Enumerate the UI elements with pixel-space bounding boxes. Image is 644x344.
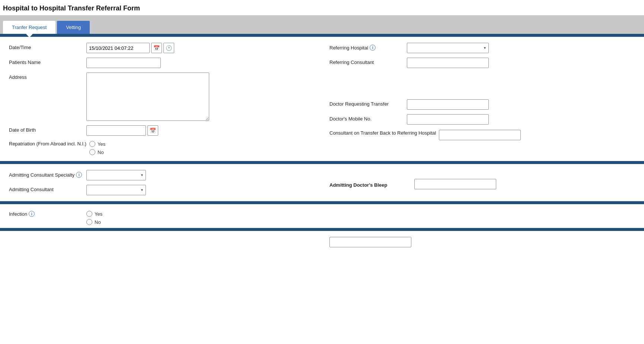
referring-consultant-input[interactable]: [407, 58, 489, 68]
dob-calendar-icon: 📅: [150, 128, 156, 134]
clock-icon-btn[interactable]: 🕐: [163, 43, 174, 53]
datetime-label: Date/Time: [9, 43, 83, 50]
dob-label: Date of Birth: [9, 125, 83, 133]
datetime-wrapper: 📅 🕐: [86, 43, 174, 53]
admitting-specialty-label: Admitting Consultant Specialty i: [9, 170, 83, 178]
doctor-mobile-row: Doctor's Mobile No.: [329, 114, 635, 125]
repatriation-radio-group: Yes No: [89, 140, 105, 155]
doctor-requesting-label: Doctor Requesting Transfer: [329, 99, 404, 107]
admitting-bleep-row: Admitting Doctor's Bleep: [329, 179, 635, 189]
consultant-transfer-back-input[interactable]: [439, 130, 521, 140]
infection-yes-option[interactable]: Yes: [86, 211, 102, 217]
section4-left: [9, 237, 315, 247]
repatriation-yes-radio[interactable]: [89, 141, 95, 147]
referring-hospital-select[interactable]: [407, 43, 489, 53]
dob-row: Date of Birth 📅: [9, 125, 315, 136]
address-input[interactable]: [86, 73, 209, 121]
section1-form: Date/Time 📅 🕐 Patients Name Addr: [0, 37, 644, 161]
repatriation-no-option[interactable]: No: [89, 149, 105, 155]
section4-divider: [0, 228, 644, 231]
section4-grid: [9, 237, 635, 247]
address-label: Address: [9, 73, 83, 80]
admitting-specialty-row: Admitting Consultant Specialty i: [9, 170, 315, 180]
admitting-consultant-row: Admitting Consultant: [9, 185, 315, 195]
datetime-row: Date/Time 📅 🕐: [9, 43, 315, 53]
section4-right-input[interactable]: [329, 237, 411, 247]
admitting-specialty-info-icon[interactable]: i: [76, 172, 82, 178]
calendar-icon-btn[interactable]: 📅: [151, 43, 162, 53]
patients-name-row: Patients Name: [9, 58, 315, 68]
infection-no-label: No: [95, 219, 101, 225]
doctor-requesting-row: Doctor Requesting Transfer: [329, 99, 635, 110]
referring-hospital-row: Referring Hospital i: [329, 43, 635, 53]
section1-divider: [0, 34, 644, 37]
admitting-consultant-label: Admitting Consultant: [9, 185, 83, 192]
datetime-input[interactable]: [86, 43, 150, 53]
doctor-mobile-label: Doctor's Mobile No.: [329, 114, 404, 122]
consultant-transfer-back-row: Consultant on Transfer Back to Referring…: [329, 129, 635, 140]
page-title: Hospital to Hospital Transfer Referral F…: [0, 0, 644, 15]
section2-left-col: Admitting Consultant Specialty i Admitti…: [9, 170, 315, 195]
tab-arrow: [26, 34, 33, 38]
form-right-col: Referring Hospital i Referring Consultan…: [329, 43, 635, 155]
form-left-col: Date/Time 📅 🕐 Patients Name Addr: [9, 43, 315, 155]
infection-label: Infection i: [9, 210, 83, 217]
admitting-consultant-select-wrapper: [86, 185, 146, 195]
referring-hospital-select-wrapper: [407, 43, 489, 53]
tab-vetting[interactable]: Vetting: [57, 21, 90, 34]
infection-yes-radio[interactable]: [86, 211, 92, 217]
repatriation-yes-label: Yes: [98, 141, 105, 147]
admitting-specialty-select-wrapper: [86, 170, 146, 180]
infection-yes-label: Yes: [95, 211, 102, 217]
section4-right: [329, 237, 635, 247]
section2-divider: [0, 161, 644, 164]
referring-consultant-label: Referring Consultant: [329, 58, 404, 65]
infection-info-icon[interactable]: i: [29, 211, 35, 217]
section2-right-col: Admitting Doctor's Bleep: [329, 170, 635, 195]
infection-radio-group: Yes No: [86, 210, 102, 225]
section4-form: [0, 231, 644, 253]
clock-icon: 🕐: [166, 45, 172, 51]
referring-consultant-row: Referring Consultant: [329, 58, 635, 68]
dob-input[interactable]: [86, 125, 146, 136]
infection-no-option[interactable]: No: [86, 219, 102, 225]
repatriation-yes-option[interactable]: Yes: [89, 141, 105, 147]
admitting-bleep-input[interactable]: [414, 179, 496, 189]
repatriation-no-radio[interactable]: [89, 149, 95, 155]
doctor-mobile-input[interactable]: [407, 114, 489, 125]
doctor-requesting-input[interactable]: [407, 99, 489, 110]
infection-row: Infection i Yes No: [9, 210, 635, 225]
right-col-spacer: [329, 73, 635, 95]
referring-hospital-label: Referring Hospital i: [329, 43, 404, 51]
dob-calendar-icon-btn[interactable]: 📅: [147, 125, 158, 136]
calendar-icon: 📅: [153, 45, 160, 51]
dob-wrapper: 📅: [86, 125, 158, 136]
patients-name-label: Patients Name: [9, 58, 83, 65]
admitting-consultant-select[interactable]: [86, 185, 146, 195]
repatriation-row: Repatriation (From Abroad incl. N.I.) Ye…: [9, 140, 315, 155]
section3-form: Infection i Yes No: [0, 204, 644, 228]
admitting-specialty-select[interactable]: [86, 170, 146, 180]
consultant-transfer-back-label: Consultant on Transfer Back to Referring…: [329, 129, 436, 136]
section4-right-input-row: [329, 237, 635, 247]
repatriation-label: Repatriation (From Abroad incl. N.I.): [9, 140, 86, 147]
tab-transfer-request[interactable]: Tranfer Request: [3, 21, 55, 34]
patients-name-input[interactable]: [86, 58, 161, 68]
admitting-bleep-label: Admitting Doctor's Bleep: [329, 180, 411, 188]
address-row: Address: [9, 73, 315, 121]
tabs-bar: Tranfer Request Vetting: [0, 15, 644, 34]
section2-form: Admitting Consultant Specialty i Admitti…: [0, 164, 644, 201]
section3-divider: [0, 201, 644, 204]
infection-no-radio[interactable]: [86, 219, 92, 225]
referring-hospital-info-icon[interactable]: i: [370, 45, 376, 51]
repatriation-no-label: No: [98, 150, 104, 155]
